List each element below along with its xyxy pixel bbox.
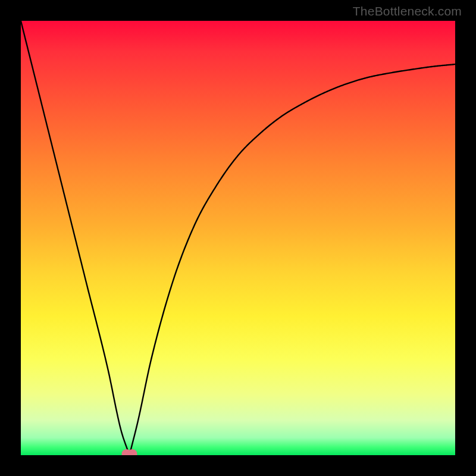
attribution-label: TheBottleneck.com <box>353 4 462 18</box>
plot-area <box>21 21 455 455</box>
curve-layer <box>21 21 455 455</box>
bottleneck-curve <box>21 21 455 455</box>
chart-frame: TheBottleneck.com <box>0 0 476 476</box>
